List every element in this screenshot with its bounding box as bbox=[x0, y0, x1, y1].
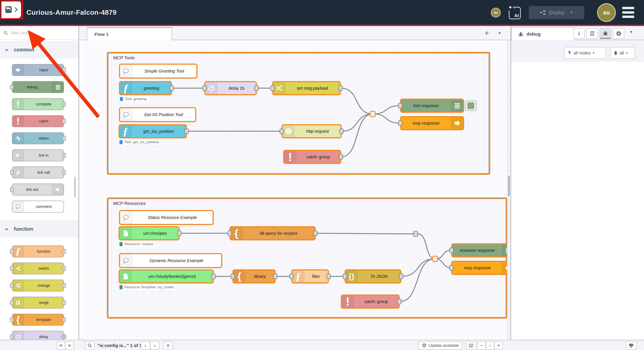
config-tab-button[interactable] bbox=[613, 28, 624, 39]
output-port[interactable] bbox=[170, 85, 174, 91]
sidebar-menu-caret-icon[interactable]: ▾ bbox=[630, 30, 632, 34]
flow-node-status-resource-example-comment[interactable]: Status Resource Example bbox=[119, 210, 214, 225]
output-port[interactable] bbox=[62, 102, 66, 107]
input-port[interactable] bbox=[10, 300, 14, 305]
minimap-button[interactable] bbox=[466, 341, 476, 349]
input-port[interactable] bbox=[343, 274, 347, 279]
flow-node-catch-group-1[interactable]: !catch: group bbox=[283, 150, 341, 164]
output-port[interactable] bbox=[184, 129, 189, 134]
flow-node-get-iis-position-tool-comment[interactable]: Get IIS Position Tool bbox=[119, 107, 196, 122]
palette-node-inject[interactable]: inject bbox=[12, 64, 64, 76]
input-port[interactable] bbox=[10, 283, 14, 288]
output-port[interactable] bbox=[339, 154, 343, 160]
debug-tab-button[interactable] bbox=[600, 28, 611, 39]
palette-collapse-down-button[interactable] bbox=[65, 341, 74, 349]
canvas-search-button[interactable] bbox=[85, 341, 95, 349]
flow-node-filter[interactable]: ƒfilter bbox=[291, 269, 329, 283]
flow-node-urn-study-books-genre[interactable]: urn://study/books/{genre} bbox=[118, 269, 214, 283]
update-available-button[interactable]: Update available bbox=[418, 341, 462, 349]
palette-section-common[interactable]: common bbox=[0, 41, 79, 59]
flow-node-set-msg-payload[interactable]: set msg.payload bbox=[272, 81, 341, 95]
debug-toggle-button[interactable] bbox=[465, 100, 476, 111]
help-tab-button[interactable] bbox=[586, 28, 598, 39]
palette-node-status[interactable]: status bbox=[12, 132, 64, 144]
input-port[interactable] bbox=[398, 103, 402, 108]
input-port[interactable] bbox=[270, 85, 274, 91]
tab-debug[interactable]: debug bbox=[511, 27, 575, 41]
wire[interactable] bbox=[418, 234, 435, 259]
palette-filter-input[interactable]: filter nodes bbox=[0, 26, 79, 40]
zoom-in-button[interactable]: + bbox=[494, 341, 503, 349]
output-port[interactable] bbox=[399, 274, 403, 279]
wire[interactable] bbox=[373, 106, 400, 114]
search-close-button[interactable]: × bbox=[163, 341, 173, 349]
output-port[interactable] bbox=[62, 119, 66, 124]
wire[interactable] bbox=[400, 259, 435, 301]
palette-node-change[interactable]: change bbox=[12, 279, 64, 291]
flow-node-get-iss-position-function[interactable]: ƒget_iss_position bbox=[118, 124, 187, 138]
input-port[interactable] bbox=[230, 274, 235, 279]
palette-node-range[interactable]: range bbox=[12, 297, 64, 309]
input-port[interactable] bbox=[398, 120, 402, 126]
output-port[interactable] bbox=[62, 170, 66, 175]
junction-j2[interactable] bbox=[432, 256, 438, 262]
input-port[interactable] bbox=[10, 170, 14, 175]
palette-node-catch[interactable]: !catch bbox=[12, 115, 64, 127]
flow-canvas[interactable]: MCP ToolsMCP ResourcesSimple Greeting To… bbox=[79, 40, 507, 340]
input-port[interactable] bbox=[449, 265, 454, 271]
output-port[interactable] bbox=[338, 85, 343, 91]
output-port[interactable] bbox=[62, 153, 66, 158]
canvas-scrollbar-thumb[interactable] bbox=[508, 175, 510, 196]
flow-node-resource-response-debug[interactable]: resource response bbox=[451, 243, 507, 257]
palette-node-debug[interactable]: debug bbox=[12, 81, 64, 93]
debug-filter-nodes-dropdown[interactable]: all nodes ▾ bbox=[564, 47, 606, 59]
wire[interactable] bbox=[341, 114, 373, 157]
output-port[interactable] bbox=[62, 317, 66, 322]
input-port[interactable] bbox=[449, 248, 454, 253]
input-port[interactable] bbox=[228, 230, 232, 236]
ai-assistant-button[interactable]: ✦ ✧ AI bbox=[509, 7, 521, 19]
input-port[interactable] bbox=[280, 129, 284, 134]
palette-node-link-out[interactable]: link out bbox=[12, 184, 64, 195]
search-next-button[interactable]: › bbox=[150, 341, 160, 349]
palette-scrollbar-thumb[interactable] bbox=[74, 177, 76, 197]
flow-node-simple-greeting-tool-comment[interactable]: Simple Greeting Tool bbox=[119, 64, 198, 79]
output-port[interactable] bbox=[397, 299, 402, 304]
collaborator-avatar[interactable]: su bbox=[491, 8, 501, 18]
flow-list-caret-icon[interactable]: ▾ bbox=[495, 28, 504, 38]
input-port[interactable] bbox=[10, 85, 14, 90]
output-port[interactable] bbox=[62, 68, 66, 73]
output-port[interactable] bbox=[62, 300, 66, 305]
palette-node-switch[interactable]: switch bbox=[12, 262, 64, 274]
junction-j3[interactable] bbox=[413, 231, 418, 237]
output-port[interactable] bbox=[313, 230, 318, 236]
wire[interactable] bbox=[342, 114, 373, 131]
info-tab-button[interactable]: i bbox=[573, 28, 585, 39]
output-port[interactable] bbox=[62, 283, 66, 288]
palette-node-function[interactable]: ƒfunction bbox=[12, 245, 64, 257]
flow-node-mcp-response-link-1[interactable]: mcp response bbox=[400, 116, 464, 130]
canvas-scrollbar[interactable] bbox=[507, 40, 510, 340]
zoom-out-button[interactable]: − bbox=[477, 341, 486, 349]
palette-canvas-divider[interactable] bbox=[78, 26, 79, 350]
zoom-reset-button[interactable]: ○ bbox=[486, 341, 494, 349]
tab-flow-1[interactable]: Flow 1 bbox=[87, 27, 172, 41]
device-monitor-button[interactable] bbox=[626, 341, 637, 349]
wire[interactable] bbox=[316, 233, 413, 234]
flow-node-http-request[interactable]: http request bbox=[282, 124, 342, 138]
output-port[interactable] bbox=[211, 274, 216, 279]
output-port[interactable] bbox=[62, 266, 66, 271]
wire[interactable] bbox=[341, 88, 373, 114]
user-avatar[interactable]: su bbox=[597, 3, 616, 22]
output-port[interactable] bbox=[62, 249, 66, 254]
input-port[interactable] bbox=[10, 317, 14, 322]
wire[interactable] bbox=[373, 114, 400, 123]
main-menu-button[interactable] bbox=[622, 7, 634, 18]
input-port[interactable] bbox=[10, 334, 14, 339]
input-port[interactable] bbox=[10, 266, 14, 271]
palette-section-function[interactable]: function bbox=[0, 220, 79, 238]
flow-node-dynamic-resource-example-comment[interactable]: Dynamic Resource Example bbox=[119, 253, 222, 268]
flow-node-urn-recipes[interactable]: urn://recipes bbox=[118, 226, 180, 240]
input-port[interactable] bbox=[10, 187, 14, 192]
flow-node-mcp-response-link-2[interactable]: mcp response bbox=[451, 261, 507, 275]
